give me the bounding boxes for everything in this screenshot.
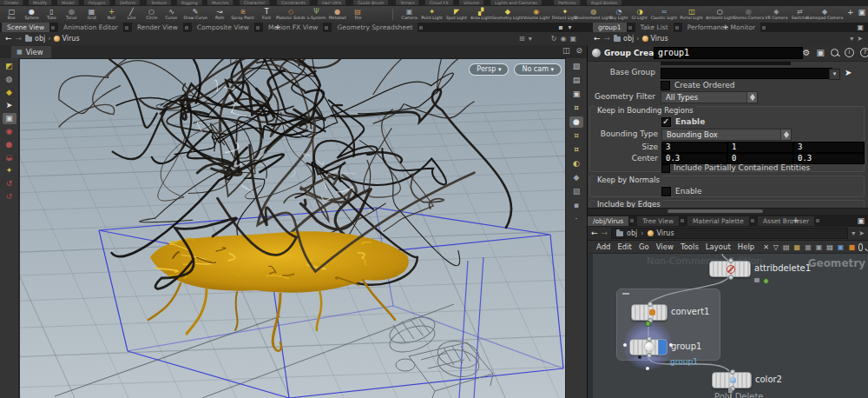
grid-view-alt-icon[interactable]: ▦ — [805, 242, 812, 253]
node-name-field[interactable]: group1 — [654, 47, 803, 59]
shelf-tool-box[interactable]: □ Box — [2, 6, 22, 23]
size-z-field[interactable]: 3 — [793, 142, 865, 153]
tab-menu-icon[interactable] — [675, 26, 679, 30]
scrollbar-handle[interactable] — [667, 209, 763, 213]
menu-add[interactable]: Add — [593, 242, 614, 251]
node-flag[interactable] — [658, 340, 667, 355]
tab-obj-virus[interactable]: /obj/Virus — [588, 216, 628, 226]
tab-menu-icon[interactable] — [816, 219, 819, 222]
input-connector[interactable] — [728, 258, 733, 263]
foreground-icon[interactable]: ▪ — [569, 200, 583, 211]
shelf-set-cloud-fx[interactable]: Cloud FX — [425, 0, 453, 5]
shelf-tool-tube[interactable]: ▯ Tube — [42, 6, 62, 23]
background-icon[interactable]: ▨ — [569, 186, 583, 197]
shelf-set-polygon[interactable]: Polygon — [84, 0, 109, 5]
shelf-tool-caustic-light[interactable]: ≈ Caustic Light — [649, 6, 678, 23]
shelf-tool-volume-light[interactable]: ◉ Volume Light — [522, 6, 550, 23]
snap-options-icon[interactable]: ◫ — [562, 46, 570, 55]
shelf-tool-geometry-light[interactable]: ◆ Geometry Light — [493, 6, 522, 23]
pane-split-icon[interactable]: ▾ — [568, 23, 571, 31]
parameters-hscrollbar[interactable] — [588, 208, 868, 215]
shelf-set-character[interactable]: Character — [240, 0, 269, 5]
base-group-dropdown-icon[interactable]: ▾ — [829, 69, 840, 80]
snapshot-sphere-icon[interactable]: ◉ — [560, 35, 566, 43]
node-convert1[interactable] — [631, 304, 667, 321]
hq-lighting-icon[interactable]: ¤ — [569, 144, 583, 156]
geometry-filter-dropdown[interactable]: All Types — [661, 91, 758, 103]
package-icon[interactable]: ■ — [848, 242, 855, 253]
shelf-set-lights-and-cameras[interactable]: Lights and Cameras — [490, 0, 542, 5]
menu-tools[interactable]: Tools — [677, 242, 702, 251]
normals-section-title[interactable]: Keep by Normals — [595, 176, 662, 184]
node-label-attribdelete1[interactable]: attribdelete1 — [754, 263, 811, 273]
output-connector[interactable] — [728, 275, 733, 280]
shelf-tool-gamepad-camera[interactable]: ◆ Gamepad Camera — [811, 6, 839, 23]
network-canvas[interactable]: Non-Commercial Edition Geometry — [588, 254, 868, 398]
screen-icon[interactable]: ▣ — [838, 242, 845, 253]
tab-composite-view[interactable]: Composite View — [192, 23, 254, 32]
tab-scene-view[interactable]: Scene View — [2, 23, 49, 32]
headlight-icon[interactable]: ¤ — [569, 103, 583, 114]
path-dropdown-icon[interactable]: ▾ — [529, 35, 532, 43]
shelf-tool-switcher[interactable]: ⇄ Switcher — [790, 6, 811, 23]
tab-menu-icon[interactable] — [325, 26, 328, 30]
shelf-tool-stereo-camera[interactable]: ◎ Stereo Camera — [734, 6, 763, 23]
gear-icon[interactable]: ⚙ — [803, 48, 811, 57]
help-icon[interactable]: ? — [860, 48, 868, 57]
tab-animation-editor[interactable]: Animation Editor — [58, 23, 123, 32]
shelf-tool-sphere[interactable]: ● Sphere — [22, 6, 42, 23]
shelf-set-rigging[interactable]: Rigging — [177, 0, 201, 5]
shelf-tool-camera[interactable]: ▣ Camera — [399, 6, 419, 23]
camera-select-button[interactable]: No cam ▾ — [514, 63, 562, 76]
pane-maximize-icon[interactable]: ▣ — [857, 23, 864, 31]
menu-go[interactable]: Go — [635, 242, 653, 251]
shelf-panel-icon[interactable]: ▣ — [858, 8, 865, 17]
shelf-tool-distant-light[interactable]: ✦ Distant Light — [550, 6, 579, 23]
tab-group1[interactable]: group1 — [593, 23, 627, 32]
forward-icon[interactable]: → — [16, 32, 23, 45]
shelf-set-guide-brush[interactable]: Guide Brush — [353, 0, 388, 5]
node-attribdelete1[interactable] — [709, 261, 751, 277]
tab-geometry-spreadsheet[interactable]: Geometry Spreadsheet — [332, 23, 418, 32]
shelf-set-terrain[interactable]: Terrain — [396, 0, 418, 5]
forward-icon-right[interactable]: → — [604, 32, 611, 45]
view-options-icon[interactable]: ▧ — [569, 61, 583, 72]
pin-icon[interactable]: ➤ — [857, 35, 863, 43]
shelf-tool-curve[interactable]: ∿ Curve — [161, 6, 181, 23]
shelf-tool-grid[interactable]: ▦ Grid — [82, 6, 102, 23]
show-primitives-icon[interactable]: ◍ — [3, 74, 16, 85]
network-back-icon[interactable]: ← — [591, 227, 598, 240]
shelf-set-muscles[interactable]: Muscles — [207, 0, 233, 5]
back-icon-right[interactable]: ← — [594, 32, 601, 45]
add-tab-icon[interactable]: + — [271, 23, 285, 31]
tab-material-palette[interactable]: Material Palette — [687, 216, 749, 226]
tab-menu-icon[interactable] — [256, 26, 260, 30]
shelf-tool-point-light[interactable]: ✦ Point Light — [419, 6, 444, 23]
shelf-set-create[interactable]: Create — [0, 0, 23, 5]
pane-box-icon[interactable]: ▣ — [569, 35, 576, 43]
secure-selection-icon[interactable]: ▣ — [3, 113, 16, 124]
shadows-icon[interactable]: ◐ — [569, 158, 583, 169]
bounding-section-title[interactable]: Keep in Bounding Regions — [595, 106, 696, 115]
tab-render-view[interactable]: Render View — [132, 23, 183, 32]
node-label-color2[interactable]: color2 — [755, 375, 782, 384]
lock-camera-icon[interactable]: ▣ — [569, 89, 583, 100]
breadcrumb-node[interactable]: Virus — [62, 35, 80, 43]
create-ordered-checkbox[interactable] — [661, 81, 670, 90]
display-badge-icon[interactable] — [645, 321, 651, 327]
notes-icon[interactable]: ▤ — [783, 242, 790, 253]
persp-view-button[interactable]: Persp ▾ — [469, 63, 509, 76]
shelf-set-hair-utils[interactable]: Hair Utils — [318, 0, 345, 5]
shelf-set-modify[interactable]: Modify — [29, 0, 51, 5]
scene-sets-icon[interactable]: ▤ — [569, 75, 583, 86]
shelf-set-deform[interactable]: Deform — [115, 0, 140, 5]
node-group1[interactable] — [629, 339, 667, 355]
shelf-set-texture[interactable]: Texture — [147, 0, 171, 5]
network-dropdown-icon[interactable]: ▾ — [852, 229, 855, 237]
select-arrow-icon[interactable]: ➤ — [3, 100, 16, 111]
bounding-enable-checkbox[interactable] — [661, 117, 671, 127]
breadcrumb-node-right[interactable]: Virus — [651, 35, 668, 43]
select-materials-icon[interactable]: ✦ — [3, 165, 16, 176]
viewport-view-tab[interactable]: ▦ View — [11, 46, 51, 58]
shelf-tool-spot-light[interactable]: ◤ Spot Light — [444, 6, 469, 23]
